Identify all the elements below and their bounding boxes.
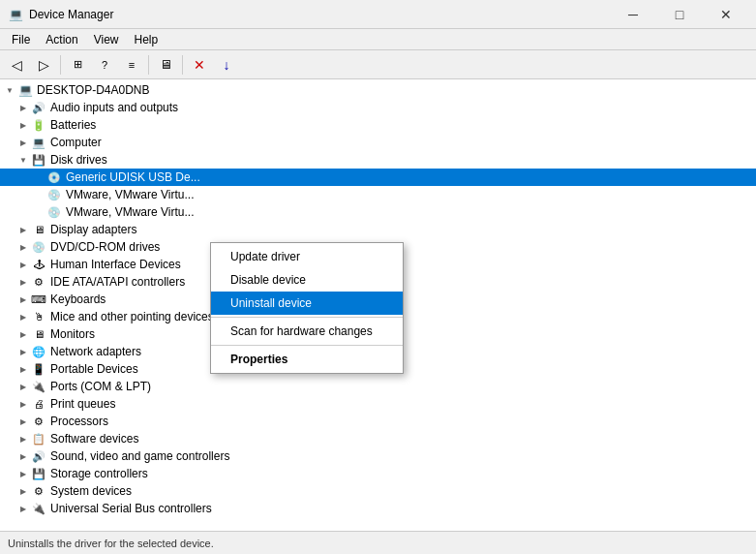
ports-toggle[interactable] [15, 379, 31, 394]
storage-toggle[interactable] [15, 466, 31, 481]
mice-label: Mice and other pointing devices [50, 310, 214, 323]
toolbar-sep-2 [148, 55, 149, 75]
device-manager-button[interactable]: ⊞ [65, 53, 90, 77]
print-toggle[interactable] [15, 396, 31, 412]
ide-label: IDE ATA/ATAPI controllers [50, 275, 185, 289]
tree-item-usb[interactable]: 🔌 Universal Serial Bus controllers [0, 500, 756, 517]
tree-item-sound[interactable]: 🔊 Sound, video and game controllers [0, 447, 756, 465]
ide-toggle[interactable] [15, 274, 31, 290]
download-button[interactable]: ↓ [214, 53, 239, 77]
software-toggle[interactable] [15, 431, 31, 446]
tree-item-disk1[interactable]: 💿 Generic UDISK USB De... [0, 169, 756, 186]
info-button[interactable]: ? [92, 53, 117, 77]
display-label: Display adapters [50, 223, 136, 236]
context-disable-device[interactable]: Disable device [211, 268, 403, 292]
dvd-label: DVD/CD-ROM drives [50, 240, 160, 254]
keyboard-toggle[interactable] [15, 292, 31, 307]
system-label: System devices [50, 484, 132, 498]
ide-icon: ⚙ [31, 274, 46, 290]
tree-item-disk3[interactable]: 💿 VMware, VMware Virtu... [0, 203, 756, 221]
usb-label: Universal Serial Bus controllers [50, 502, 212, 515]
app-icon: 💻 [8, 7, 23, 22]
tree-item-system[interactable]: ⚙ System devices [0, 482, 756, 500]
network-label: Network adapters [50, 345, 141, 358]
display-toggle[interactable] [15, 222, 31, 237]
tree-item-batteries[interactable]: 🔋 Batteries [0, 116, 756, 134]
maximize-button[interactable]: □ [657, 0, 702, 29]
usb-icon: 🔌 [31, 501, 46, 516]
toolbar-sep-1 [60, 55, 61, 75]
audio-toggle[interactable] [15, 100, 31, 115]
hid-toggle[interactable] [15, 257, 31, 272]
dvd-toggle[interactable] [15, 239, 31, 255]
mice-toggle[interactable] [15, 309, 31, 324]
monitors-label: Monitors [50, 327, 95, 341]
audio-icon: 🔊 [31, 100, 46, 115]
display-button[interactable]: 🖥 [153, 53, 178, 77]
context-menu: Update driver Disable device Uninstall d… [210, 242, 404, 374]
processors-toggle[interactable] [15, 414, 31, 429]
diskdrives-icon: 💾 [31, 152, 46, 168]
device-tree[interactable]: 💻 DESKTOP-D4A0DNB 🔊 Audio inputs and out… [0, 79, 756, 531]
menu-view[interactable]: View [86, 31, 127, 48]
close-button[interactable]: ✕ [704, 0, 748, 29]
network-toggle[interactable] [15, 344, 31, 359]
context-update-driver[interactable]: Update driver [211, 245, 403, 268]
system-toggle[interactable] [15, 483, 31, 499]
tree-item-disk2[interactable]: 💿 VMware, VMware Virtu... [0, 186, 756, 203]
tree-item-computer[interactable]: 💻 Computer [0, 134, 756, 151]
portable-toggle[interactable] [15, 361, 31, 377]
disk1-icon: 💿 [46, 169, 62, 185]
tree-item-processors[interactable]: ⚙ Processors [0, 413, 756, 430]
tree-item-audio[interactable]: 🔊 Audio inputs and outputs [0, 99, 756, 116]
tree-item-storage[interactable]: 💾 Storage controllers [0, 465, 756, 482]
menu-bar: File Action View Help [0, 29, 756, 50]
menu-help[interactable]: Help [127, 31, 166, 48]
network-icon: 🌐 [31, 344, 46, 359]
print-label: Print queues [50, 397, 115, 411]
disk2-icon: 💿 [46, 187, 62, 202]
software-label: Software devices [50, 432, 138, 446]
back-button[interactable]: ◁ [4, 53, 29, 77]
dvd-icon: 💿 [31, 239, 46, 255]
list-button[interactable]: ≡ [119, 53, 144, 77]
context-uninstall-device[interactable]: Uninstall device [211, 292, 403, 315]
root-toggle[interactable] [2, 82, 17, 98]
sound-toggle[interactable] [15, 448, 31, 464]
ports-label: Ports (COM & LPT) [50, 380, 151, 393]
portable-label: Portable Devices [50, 362, 138, 376]
main-content: 💻 DESKTOP-D4A0DNB 🔊 Audio inputs and out… [0, 79, 756, 531]
portable-icon: 📱 [31, 361, 46, 377]
computer-icon: 💻 [31, 135, 46, 150]
context-scan-hardware[interactable]: Scan for hardware changes [211, 320, 403, 343]
disk3-icon: 💿 [46, 204, 62, 220]
context-separator [211, 317, 403, 318]
menu-action[interactable]: Action [38, 31, 85, 48]
tree-root[interactable]: 💻 DESKTOP-D4A0DNB [0, 81, 756, 99]
menu-file[interactable]: File [4, 31, 38, 48]
batteries-label: Batteries [50, 118, 96, 132]
tree-item-print[interactable]: 🖨 Print queues [0, 395, 756, 413]
remove-button[interactable]: ✕ [187, 53, 212, 77]
keyboard-label: Keyboards [50, 292, 106, 306]
software-icon: 📋 [31, 431, 46, 446]
computer-toggle[interactable] [15, 135, 31, 150]
mice-icon: 🖱 [31, 309, 46, 324]
ports-icon: 🔌 [31, 379, 46, 394]
processors-label: Processors [50, 415, 108, 428]
tree-item-display[interactable]: 🖥 Display adapters [0, 221, 756, 238]
title-bar: 💻 Device Manager ─ □ ✕ [0, 0, 756, 29]
tree-item-software[interactable]: 📋 Software devices [0, 430, 756, 447]
tree-item-ports[interactable]: 🔌 Ports (COM & LPT) [0, 378, 756, 395]
context-properties[interactable]: Properties [211, 348, 403, 371]
diskdrives-toggle[interactable] [15, 152, 31, 168]
hid-label: Human Interface Devices [50, 258, 181, 271]
batteries-toggle[interactable] [15, 117, 31, 133]
forward-button[interactable]: ▷ [31, 53, 56, 77]
monitors-toggle[interactable] [15, 326, 31, 342]
tree-item-diskdrives[interactable]: 💾 Disk drives [0, 151, 756, 169]
usb-toggle[interactable] [15, 501, 31, 516]
computer-label: Computer [50, 136, 102, 149]
minimize-button[interactable]: ─ [611, 0, 655, 29]
batteries-icon: 🔋 [31, 117, 46, 133]
